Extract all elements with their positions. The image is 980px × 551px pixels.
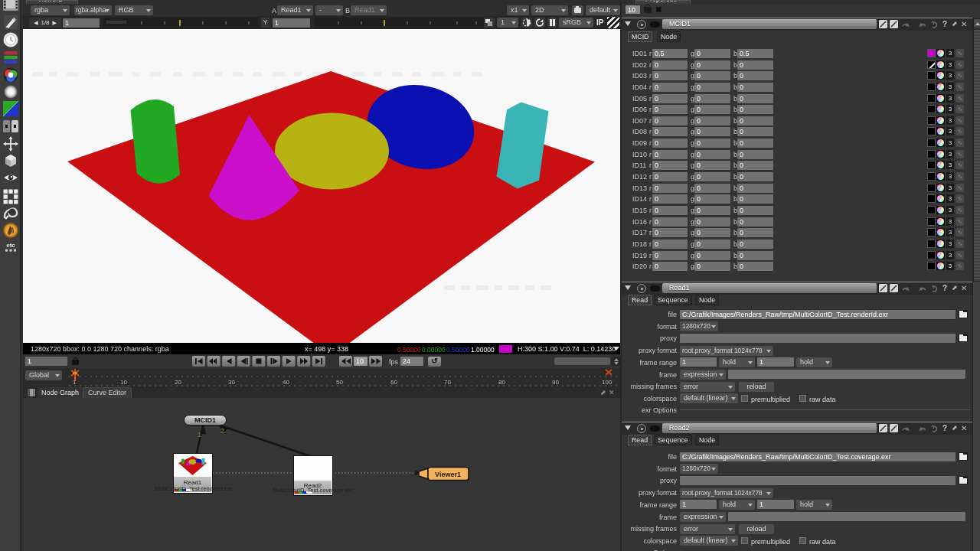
svg-text:1: 1: [198, 431, 201, 439]
svg-text:2: 2: [220, 427, 224, 435]
svg-text:Viewer1: Viewer1: [435, 471, 461, 478]
svg-text:etc: etc: [6, 242, 15, 249]
